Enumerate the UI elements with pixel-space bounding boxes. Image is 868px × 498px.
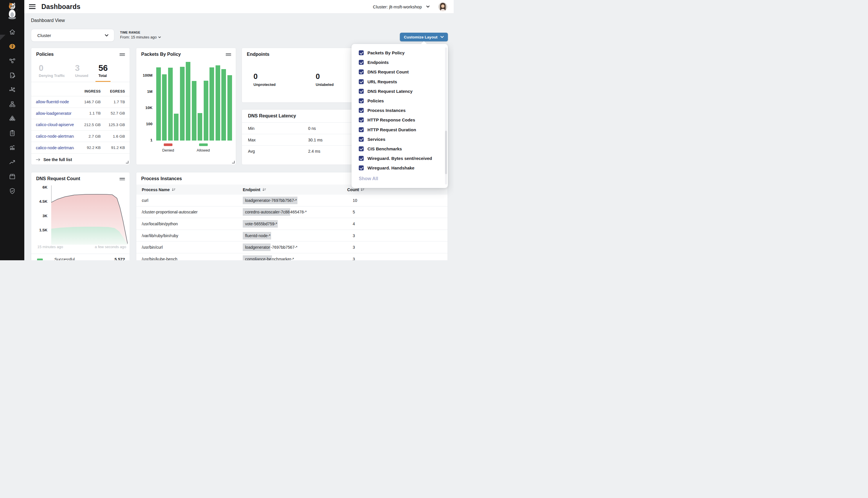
sidebar-item-security[interactable]	[0, 184, 24, 198]
policy-name-link[interactable]: calico-cloud-apiserver-…	[36, 122, 74, 127]
drag-handle-icon[interactable]	[119, 53, 125, 57]
column-header-ingress[interactable]: INGRESS	[74, 89, 101, 93]
show-all-link[interactable]: Show All	[359, 176, 448, 181]
menu-item-http-request-duration[interactable]: HTTP Request Duration	[351, 125, 448, 134]
menu-toggle-button[interactable]	[29, 4, 36, 9]
menu-item-wireguard-handshake[interactable]: Wireguard. Handshake	[351, 163, 448, 173]
column-label: Process Name	[142, 187, 170, 192]
endpoint-cell: coredns-autoscaler-7c88465478-*	[241, 208, 346, 216]
see-full-list-link[interactable]: See the full list	[31, 153, 130, 166]
checkbox-checked-icon[interactable]	[359, 137, 364, 142]
bar-allowed[interactable]	[192, 81, 196, 141]
policy-row: calico-node-alertmana…2.7 GB1.6 GB	[31, 130, 130, 142]
endpoint-rest: -7697bb7567-*	[271, 244, 297, 251]
policies-stat-tab-total[interactable]: 56Total	[95, 64, 111, 82]
sidebar-item-service-graph[interactable]	[0, 82, 24, 97]
user-avatar[interactable]	[438, 2, 447, 11]
count-value: 5	[346, 210, 355, 214]
menu-item-dns-request-count[interactable]: DNS Request Count	[351, 67, 448, 77]
policies-table-rows: allow-fluentd-node146.7 GB1.7 TBallow-lo…	[31, 96, 130, 153]
card-title: Endpoints	[247, 52, 269, 57]
policies-stat-tab-unused[interactable]: 3Unused	[72, 64, 91, 82]
y-axis-tick-label: 6K	[33, 185, 48, 189]
column-header-egress[interactable]: EGRESS	[101, 89, 125, 93]
sidebar-item-dashboards[interactable]	[0, 39, 24, 53]
checkbox-checked-icon[interactable]	[359, 146, 364, 151]
endpoint-rest: 465478-*	[290, 208, 307, 216]
bar-allowed[interactable]	[162, 74, 167, 141]
stat-value: 0	[316, 73, 334, 80]
bar-allowed[interactable]	[168, 68, 173, 141]
legend-item-allowed: Allowed	[197, 143, 210, 153]
policy-name-link[interactable]: calico-node-alertmana…	[36, 134, 74, 139]
bar-allowed[interactable]	[156, 67, 161, 141]
checkbox-checked-icon[interactable]	[359, 156, 364, 161]
calico-cat-logo[interactable]	[0, 2, 24, 20]
policy-name-link[interactable]: allow-loadgenerator	[36, 111, 74, 116]
checkbox-checked-icon[interactable]	[359, 98, 364, 103]
checkbox-checked-icon[interactable]	[359, 117, 364, 122]
bar-allowed[interactable]	[221, 69, 226, 141]
sidebar-item-home[interactable]	[0, 25, 24, 39]
bar-allowed[interactable]	[186, 62, 190, 141]
checkbox-checked-icon[interactable]	[359, 60, 364, 65]
menu-item-packets-by-policy[interactable]: Packets By Policy	[351, 48, 448, 57]
trend-up-icon	[9, 158, 16, 166]
bar-allowed[interactable]	[204, 81, 208, 141]
dashboard-view-selector[interactable]: Cluster	[31, 29, 114, 42]
bar-allowed[interactable]	[209, 67, 214, 141]
resize-handle-icon[interactable]	[232, 161, 235, 163]
sidebar-item-compliance[interactable]	[0, 126, 24, 140]
bar-allowed[interactable]	[228, 75, 232, 141]
menu-item-dns-request-latency[interactable]: DNS Request Latency	[351, 87, 448, 96]
sidebar-item-trends[interactable]	[0, 155, 24, 169]
process-table-rows: curlloadgenerator-7697bb7567-*10/cluster…	[136, 195, 448, 260]
legend-row-successful: Successful5,572	[31, 254, 130, 260]
menu-item-http-response-codes[interactable]: HTTP Response Codes	[351, 115, 448, 124]
checkbox-checked-icon[interactable]	[359, 69, 364, 74]
drag-handle-icon[interactable]	[226, 53, 231, 57]
bar-allowed[interactable]	[180, 67, 185, 141]
column-header-process-name[interactable]: Process Name	[136, 187, 241, 192]
menu-item-cis-benchmarks[interactable]: CIS Benchmarks	[351, 144, 448, 154]
sidebar-item-network[interactable]	[0, 97, 24, 112]
bar-allowed[interactable]	[216, 65, 220, 141]
nodes-cluster-icon	[9, 115, 16, 122]
checkbox-checked-icon[interactable]	[359, 89, 364, 94]
menu-item-wireguard-bytes-sent-received[interactable]: Wireguard. Bytes sent/received	[351, 154, 448, 163]
policy-name-link[interactable]: calico-node-alertmana…	[36, 145, 74, 150]
menu-scrollbar-thumb[interactable]	[445, 131, 447, 174]
checkbox-checked-icon[interactable]	[359, 79, 364, 84]
resize-handle-icon[interactable]	[126, 161, 128, 163]
process-name: /usr/bin/curl	[136, 245, 241, 250]
menu-item-services[interactable]: Services	[351, 134, 448, 144]
customize-layout-button[interactable]: Customize Layout	[400, 33, 448, 41]
checkbox-checked-icon[interactable]	[359, 108, 364, 113]
menu-item-label: Wireguard. Bytes sent/received	[367, 156, 432, 161]
menu-item-url-requests[interactable]: URL Requests	[351, 77, 448, 87]
sidebar-item-images[interactable]	[0, 169, 24, 184]
legend-value: 5,572	[115, 257, 125, 260]
checkbox-checked-icon[interactable]	[359, 127, 364, 132]
sidebar-item-policies[interactable]	[0, 68, 24, 82]
bar-allowed[interactable]	[198, 113, 202, 141]
policies-stat-tab-denying-traffic[interactable]: 0Denying Traffic	[36, 64, 68, 82]
sidebar-item-statistics[interactable]	[0, 140, 24, 155]
count-value: 4	[346, 222, 355, 226]
cluster-selector[interactable]: Cluster: jlt-msft-workshop	[373, 4, 430, 9]
menu-item-label: DNS Request Latency	[367, 89, 413, 94]
menu-item-endpoints[interactable]: Endpoints	[351, 57, 448, 67]
y-axis-tick-label: 1.5K	[33, 228, 48, 232]
checkbox-checked-icon[interactable]	[359, 50, 364, 55]
endpoint-highlight: compliance-be	[243, 255, 272, 260]
sidebar-item-topology[interactable]	[0, 53, 24, 68]
bar-allowed[interactable]	[174, 114, 179, 141]
checkbox-checked-icon[interactable]	[359, 166, 364, 170]
menu-item-process-instances[interactable]: Process Instances	[351, 106, 448, 115]
sidebar-item-workloads[interactable]	[0, 112, 24, 126]
policies-table-header: INGRESS EGRESS	[31, 86, 130, 96]
column-header-endpoint[interactable]: Endpoint	[241, 187, 346, 192]
policy-name-link[interactable]: allow-fluentd-node	[36, 100, 74, 104]
menu-item-policies[interactable]: Policies	[351, 96, 448, 106]
time-range-selector[interactable]: From: 15 minutes ago	[120, 35, 161, 39]
